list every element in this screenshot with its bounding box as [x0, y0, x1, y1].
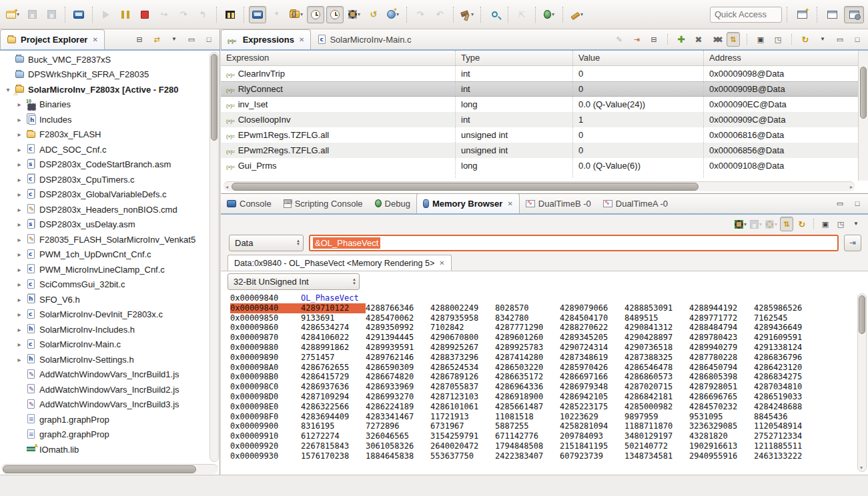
tab-dualtimea-0[interactable]: DualTimeA -0 — [597, 193, 674, 213]
memory-value-cell[interactable]: 4286842181 — [624, 392, 689, 402]
memory-value-cell[interactable]: 4284504170 — [560, 313, 624, 323]
refresh-target-button[interactable]: ▾ — [384, 6, 402, 23]
tree-expander-icon[interactable]: ▸ — [15, 131, 23, 138]
tree-expander-icon[interactable]: ▸ — [15, 176, 23, 183]
tab-debug[interactable]: Debug — [369, 193, 416, 213]
memory-value-cell[interactable]: 4287414280 — [495, 353, 560, 363]
memory-value-cell[interactable]: 3480129197 — [624, 431, 689, 441]
tree-item[interactable]: AddWatchWindowVars_IncrBuild3.js — [0, 397, 209, 413]
memory-value-cell[interactable]: 7102842 — [430, 323, 495, 333]
memory-value-cell[interactable]: 4286635172 — [495, 372, 560, 382]
column-header-expression[interactable]: Expression — [221, 51, 456, 65]
tree-expander-icon[interactable]: ▸ — [15, 296, 23, 303]
edit-perspective-button[interactable] — [822, 6, 842, 23]
memory-space-select[interactable]: Data ▲▼ — [229, 235, 304, 251]
memory-address-cell[interactable]: 0x00009930 — [230, 451, 301, 461]
memory-value-cell[interactable]: 4288373296 — [430, 353, 495, 363]
memory-value-cell[interactable]: 4286836796 — [754, 353, 819, 363]
tree-item[interactable]: ▸SciCommsGui_32bit.c — [0, 277, 209, 293]
memory-value-cell[interactable]: 1348734581 — [624, 451, 689, 461]
memory-value-cell[interactable]: 607923739 — [560, 451, 624, 461]
tree-item[interactable]: graph1.graphProp — [0, 412, 209, 427]
memory-value-cell[interactable]: 4286590309 — [366, 363, 430, 373]
tree-expander-icon[interactable]: ▸ — [15, 281, 23, 288]
memory-value-cell[interactable]: 3236329085 — [689, 421, 754, 431]
memory-value-cell[interactable]: 502140772 — [624, 441, 689, 451]
tree-expander-icon[interactable]: ▸ — [15, 236, 23, 243]
memory-value-cell[interactable]: 4289601260 — [495, 333, 560, 343]
memory-value-cell[interactable]: 4291394445 — [366, 333, 430, 343]
view-menu-button[interactable]: ▼ — [167, 32, 181, 47]
memory-value-cell[interactable]: 8489515 — [624, 313, 689, 323]
expression-row[interactable]: EPwm1Regs.TZFLG.allunsigned int00x000068… — [221, 127, 868, 143]
memory-value-cell[interactable]: 11081518 — [495, 412, 560, 422]
memory-address-cell[interactable]: 0x000098B0 — [230, 372, 301, 382]
memory-value-cell[interactable]: 4285470062 — [366, 313, 430, 323]
expression-row[interactable]: Gui_Prmslong0.0 (Q-Value(6))0x00009108@D… — [221, 158, 868, 173]
tree-expander-icon[interactable]: ▸ — [15, 356, 23, 363]
open-perspective-button[interactable] — [792, 6, 812, 23]
scrollbar-thumb[interactable] — [859, 295, 865, 334]
memory-value-cell[interactable]: 2267815843 — [301, 441, 366, 451]
resume-button[interactable] — [97, 6, 115, 23]
memory-value-cell[interactable]: 4286942105 — [560, 392, 624, 402]
memory-value-cell[interactable]: 9531095 — [689, 412, 754, 422]
pin-view-button[interactable]: ◳ — [834, 217, 847, 231]
memory-value-cell[interactable]: 6731967 — [430, 421, 495, 431]
tree-item[interactable]: ▸DSP2803x_Headers_nonBIOS.cmd — [0, 202, 209, 217]
tree-item[interactable]: Buck_VMC_F2837xS — [0, 52, 209, 67]
remove-all-button[interactable]: ✖✖ — [709, 32, 723, 47]
memory-address-cell[interactable]: 0x000098A0 — [230, 363, 301, 373]
load-memory-button[interactable]: ▾ — [765, 217, 778, 231]
memory-value-cell[interactable]: 4286322566 — [301, 402, 366, 412]
memory-value-cell[interactable]: 4285223175 — [560, 402, 624, 412]
tree-item[interactable]: ▸SolarMicroInv-DevInit_F2803x.c — [0, 307, 209, 323]
tree-item[interactable]: ▸DSP2803x_usDelay.asm — [0, 217, 209, 233]
memory-value-cell[interactable]: 4289940279 — [689, 343, 754, 353]
minimize-button[interactable]: ▭ — [833, 196, 847, 211]
memory-address-cell[interactable]: 0x00009840 — [230, 303, 301, 313]
memory-value-cell[interactable]: 4287020715 — [624, 382, 689, 392]
tree-expander-icon[interactable]: ▸ — [15, 206, 23, 213]
expressions-hscrollbar[interactable]: ◂ ▸ — [224, 181, 855, 191]
memory-value-cell[interactable]: 4289925783 — [495, 343, 560, 353]
collapse-all-button[interactable]: ⊟ — [647, 32, 661, 47]
memory-address-cell[interactable]: 0x000098F0 — [230, 412, 301, 422]
tab-editor-main-c[interactable]: SolarMicroInv-Main.c — [311, 29, 417, 49]
view-menu-button[interactable]: ▼ — [816, 32, 829, 47]
tree-item[interactable]: ▸ADC_SOC_Cnf.c — [0, 142, 209, 157]
scrollbar-thumb[interactable] — [211, 54, 218, 141]
memory-value-cell[interactable]: 4288944192 — [689, 303, 754, 313]
memory-value-cell[interactable]: 4287780228 — [689, 353, 754, 363]
memory-value-cell[interactable]: 4284106022 — [301, 333, 366, 343]
memory-value-cell[interactable]: 8028570 — [495, 303, 560, 313]
memory-vscrollbar[interactable]: ▾ — [857, 293, 867, 472]
memory-value-cell[interactable]: 2463133222 — [754, 451, 819, 461]
memory-value-cell[interactable]: 4290724314 — [560, 343, 624, 353]
new-target-config-button[interactable] — [268, 6, 286, 23]
build-button[interactable]: ▾ — [458, 6, 476, 23]
memory-value-cell[interactable]: 4289079066 — [560, 303, 624, 313]
marker-button[interactable]: ▾ — [568, 6, 585, 23]
memory-value-cell[interactable]: 4287388325 — [624, 353, 689, 363]
memory-value-cell[interactable]: 4289710122 — [301, 303, 366, 313]
memory-value-cell[interactable]: 10223629 — [560, 412, 624, 422]
tree-item[interactable]: ▸SFO_V6.h — [0, 292, 209, 307]
tree-item[interactable]: ▸F28035_FLASH_SolarMicroInv_Venkat5 — [0, 232, 209, 247]
memory-value-cell[interactable]: 553637750 — [430, 451, 495, 461]
close-icon[interactable]: ✕ — [439, 259, 444, 267]
memory-value-cell[interactable]: 4285661487 — [495, 402, 560, 412]
memory-address-cell[interactable]: 0x00009920 — [230, 441, 301, 451]
memory-value-cell[interactable]: 4285000982 — [624, 402, 689, 412]
memory-value-cell[interactable]: 61272274 — [301, 431, 366, 441]
scrollbar-thumb[interactable] — [860, 67, 867, 119]
memory-value-cell[interactable]: 4287771290 — [495, 323, 560, 333]
auto-refresh-toggle[interactable]: ⇅ — [780, 217, 793, 231]
refresh-button[interactable]: ↻ — [799, 32, 812, 47]
new-rendering-button[interactable]: ▣ — [819, 217, 832, 231]
memory-value-cell[interactable]: 1576170238 — [301, 451, 366, 461]
memory-value-cell[interactable]: 4289762146 — [366, 353, 430, 363]
memory-address-cell[interactable]: 0x00009900 — [230, 421, 301, 431]
memory-value-cell[interactable]: 4286519033 — [754, 392, 819, 402]
memory-value-cell[interactable]: 326046565 — [366, 431, 430, 441]
